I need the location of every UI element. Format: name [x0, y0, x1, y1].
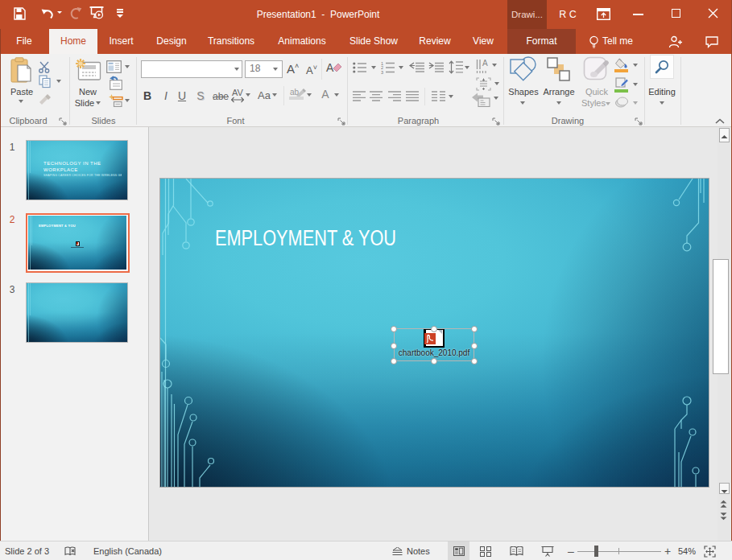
- svg-text:A: A: [482, 59, 488, 68]
- svg-text:3: 3: [381, 70, 383, 75]
